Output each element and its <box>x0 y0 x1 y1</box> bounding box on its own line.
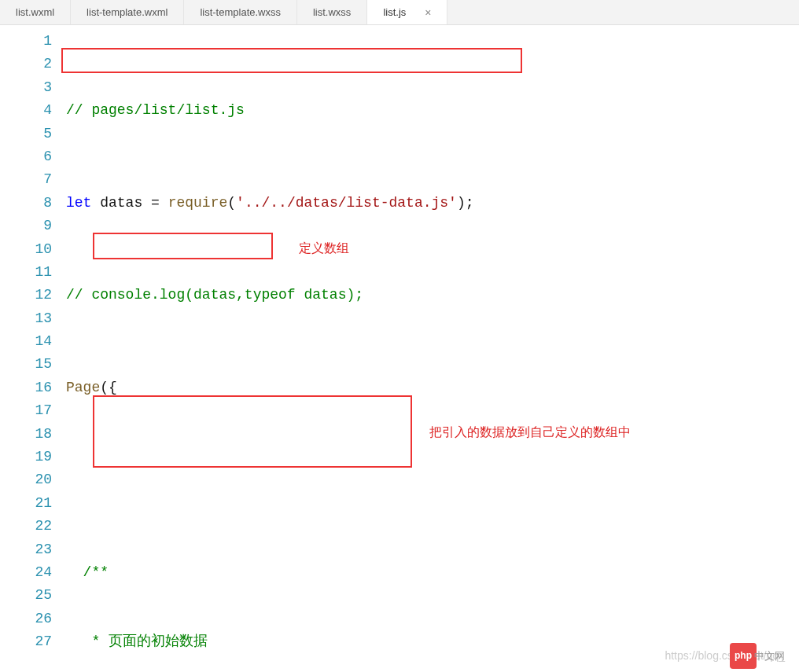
line-number: 23 <box>0 538 52 561</box>
line-number: 21 <box>0 492 52 515</box>
line-number: 11 <box>0 261 52 284</box>
tab-list-template-wxss[interactable]: list-template.wxss <box>184 0 297 24</box>
line-number: 19 <box>0 446 52 468</box>
logo-text: 中文网 <box>754 644 785 667</box>
highlight-box-listarray-def <box>93 233 273 259</box>
logo-badge: php <box>730 643 757 669</box>
line-number: 9 <box>0 215 52 237</box>
line-number: 6 <box>0 145 52 168</box>
line-number: 5 <box>0 123 52 145</box>
line-number: 3 <box>0 76 52 99</box>
line-number: 27 <box>0 630 52 653</box>
line-number: 10 <box>0 238 52 261</box>
tab-bar: list.wxml list-template.wxml list-templa… <box>0 0 799 25</box>
line-number: 4 <box>0 99 52 122</box>
line-number-gutter: 1234567891011121314151617181920212223242… <box>0 25 66 672</box>
line-number: 25 <box>0 584 52 607</box>
line-number: 26 <box>0 608 52 630</box>
line-number: 20 <box>0 468 52 491</box>
code-line <box>66 469 799 492</box>
code-line: // console.log(datas,typeof datas); <box>66 284 799 307</box>
highlight-box-setdata <box>93 395 412 468</box>
tab-list-wxml[interactable]: list.wxml <box>0 0 71 24</box>
code-line: let datas = require('../../datas/list-da… <box>66 192 799 215</box>
code-line: /** <box>66 561 799 584</box>
line-number: 7 <box>0 168 52 191</box>
close-icon[interactable]: × <box>425 6 431 19</box>
tab-list-template-wxml[interactable]: list-template.wxml <box>71 0 184 24</box>
annotation-put-data: 把引入的数据放到自己定义的数组中 <box>429 420 631 443</box>
line-number: 17 <box>0 399 52 422</box>
tab-list-wxss[interactable]: list.wxss <box>297 0 367 24</box>
line-number: 16 <box>0 376 52 399</box>
code-area[interactable]: // pages/list/list.js let datas = requir… <box>66 25 799 672</box>
line-number: 13 <box>0 307 52 330</box>
code-line: // pages/list/list.js <box>66 99 799 122</box>
line-number: 14 <box>0 330 52 353</box>
line-number: 8 <box>0 192 52 215</box>
line-number: 2 <box>0 53 52 75</box>
annotation-define-array: 定义数组 <box>299 237 349 259</box>
line-number: 1 <box>0 30 52 53</box>
line-number: 24 <box>0 561 52 584</box>
tab-list-js[interactable]: list.js × <box>367 0 447 24</box>
code-editor[interactable]: 1234567891011121314151617181920212223242… <box>0 25 799 672</box>
highlight-box-require <box>61 48 522 73</box>
line-number: 18 <box>0 423 52 446</box>
line-number: 12 <box>0 284 52 307</box>
code-line: Page({ <box>66 376 799 399</box>
line-number: 22 <box>0 515 52 538</box>
line-number: 15 <box>0 353 52 376</box>
